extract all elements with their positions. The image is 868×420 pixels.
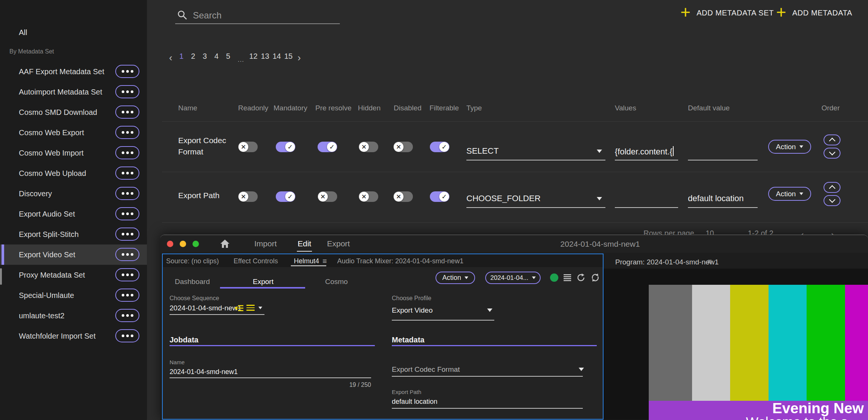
sidebar-item[interactable]: Autoimport Metadata Set — [0, 82, 147, 102]
panel-tab-source[interactable]: Source: (no clips) — [166, 257, 219, 265]
panel-tab-audio-mixer[interactable]: Audio Track Mixer: 2024-01-04-smd-new1 — [337, 257, 463, 265]
codec-select[interactable]: Export Codec Format — [392, 365, 460, 374]
sidebar-scrollbar[interactable] — [0, 268, 2, 285]
toggle-hidden[interactable]: ✕ — [359, 191, 378, 202]
window-titlebar[interactable]: Import Edit Export 2024-01-04-smd-new1 — [160, 235, 868, 253]
sidebar-item[interactable]: Export Video Set — [0, 244, 147, 265]
sidebar-item[interactable]: umlaute-test2 — [0, 305, 147, 326]
export-path-input[interactable]: default location — [392, 398, 437, 406]
sidebar-item[interactable]: Export Audio Set — [0, 204, 147, 224]
chevron-down-icon[interactable] — [487, 309, 492, 312]
item-options-button[interactable] — [115, 248, 139, 261]
sidebar-item[interactable]: Cosmo SMD Download — [0, 102, 147, 122]
toggle-disabled[interactable]: ✕ — [393, 191, 413, 202]
item-options-button[interactable] — [115, 105, 139, 119]
helmut-tab-export[interactable]: Export — [253, 278, 274, 286]
page-prev-icon[interactable]: ‹ — [166, 52, 176, 63]
values-field[interactable]: {folder.content.{ — [615, 146, 674, 157]
item-options-button[interactable] — [115, 166, 139, 180]
minimize-window-icon[interactable] — [180, 241, 186, 247]
sidebar-item[interactable]: Watchfolder Import Set — [0, 326, 147, 346]
toggle-filterable[interactable]: ✓ — [430, 191, 449, 202]
type-select[interactable]: SELECT — [466, 146, 499, 156]
toggle-readonly[interactable]: ✕ — [238, 142, 258, 152]
page-number[interactable]: 13 — [259, 52, 271, 64]
toggle-disabled[interactable]: ✕ — [393, 142, 413, 152]
profile-select[interactable]: Export Video — [392, 306, 432, 315]
page-number[interactable]: 5 — [222, 52, 234, 64]
toggle-mandatory[interactable]: ✓ — [276, 191, 295, 202]
page-number[interactable]: 2 — [187, 52, 199, 64]
helmut-tab-cosmo[interactable]: Cosmo — [325, 278, 348, 286]
sidebar-item-all[interactable]: All — [0, 23, 147, 42]
sequence-list-icon[interactable] — [246, 305, 255, 311]
item-options-button[interactable] — [115, 126, 139, 139]
page-number[interactable]: 3 — [199, 52, 211, 64]
item-options-button[interactable] — [115, 207, 139, 220]
sidebar-item[interactable]: Proxy Metadata Set — [0, 265, 147, 285]
page-number[interactable]: 1 — [176, 52, 187, 64]
toggle-filterable[interactable]: ✓ — [430, 142, 449, 152]
item-options-button[interactable] — [115, 146, 139, 159]
panel-menu-icon[interactable]: ≡ — [322, 257, 327, 266]
refresh-icon[interactable] — [576, 273, 585, 282]
page-number[interactable]: 4 — [211, 52, 222, 64]
helmut-action-button[interactable]: Action — [436, 272, 475, 284]
helmut-tab-dashboard[interactable]: Dashboard — [175, 278, 210, 286]
home-icon[interactable] — [220, 239, 230, 249]
action-button[interactable]: Action — [768, 140, 811, 154]
item-options-button[interactable] — [115, 329, 139, 342]
sync-icon[interactable] — [591, 273, 600, 282]
toggle-readonly[interactable]: ✕ — [238, 191, 258, 202]
maximize-window-icon[interactable] — [193, 241, 199, 247]
add-metadata-set-button[interactable]: + ADD METADATA SET — [680, 5, 774, 20]
page-number[interactable]: 12 — [248, 52, 259, 64]
order-up-button[interactable] — [824, 182, 840, 193]
item-options-button[interactable] — [115, 187, 139, 200]
sequence-value[interactable]: 2024-01-04-smd-new1 — [170, 304, 241, 312]
chevron-down-icon[interactable] — [597, 150, 602, 153]
tab-import[interactable]: Import — [254, 239, 277, 248]
tab-edit[interactable]: Edit — [298, 239, 311, 248]
page-number[interactable]: … — [234, 52, 248, 64]
sidebar-item[interactable]: Special-Umlaute — [0, 285, 147, 305]
panel-menu-icon[interactable]: ≡ — [708, 257, 712, 266]
page-number[interactable]: 14 — [271, 52, 283, 64]
order-down-button[interactable] — [824, 195, 840, 206]
item-options-button[interactable] — [115, 228, 139, 241]
panel-tab-helmut4[interactable]: Helmut4 — [294, 257, 319, 265]
sidebar-item[interactable]: Export Split-Stitch — [0, 224, 147, 244]
toggle-mandatory[interactable]: ✓ — [276, 142, 295, 152]
sequence-insert-icon[interactable] — [234, 305, 243, 312]
order-down-button[interactable] — [824, 148, 840, 159]
close-window-icon[interactable] — [167, 241, 173, 247]
item-options-button[interactable] — [115, 268, 139, 281]
toggle-hidden[interactable]: ✕ — [359, 142, 378, 152]
queue-list-icon[interactable] — [564, 274, 571, 281]
toggle-preresolve[interactable]: ✕ — [318, 191, 337, 202]
sidebar-item[interactable]: Cosmo Web Import — [0, 143, 147, 163]
helmut-preset-select[interactable]: 2024-01-04... — [485, 272, 541, 284]
sidebar-item[interactable]: Discovery — [0, 183, 147, 204]
add-metadata-button[interactable]: + ADD METADATA — [776, 5, 852, 20]
type-select[interactable]: CHOOSE_FOLDER — [466, 194, 541, 203]
name-input[interactable]: 2024-01-04-smd-new1 — [170, 368, 238, 376]
item-options-button[interactable] — [115, 65, 139, 78]
sidebar-item[interactable]: Cosmo Web Upload — [0, 163, 147, 183]
sidebar-item[interactable]: AAF Export Metadata Set — [0, 61, 147, 82]
panel-tab-effect-controls[interactable]: Effect Controls — [234, 257, 278, 265]
sidebar-item[interactable]: Cosmo Web Export — [0, 122, 147, 143]
page-next-icon[interactable]: › — [294, 52, 304, 63]
chevron-down-icon[interactable] — [597, 197, 602, 200]
search-input[interactable] — [192, 8, 337, 23]
action-button[interactable]: Action — [768, 187, 811, 201]
chevron-down-icon[interactable] — [258, 307, 262, 309]
item-options-button[interactable] — [115, 289, 139, 302]
program-panel-title[interactable]: Program: 2024-01-04-smd-new1 — [615, 258, 719, 266]
order-up-button[interactable] — [824, 134, 840, 145]
item-options-button[interactable] — [115, 309, 139, 322]
chevron-down-icon[interactable] — [579, 368, 584, 371]
default-value-field[interactable]: default location — [688, 194, 744, 203]
toggle-preresolve[interactable]: ✓ — [318, 142, 337, 152]
tab-export[interactable]: Export — [327, 239, 350, 248]
